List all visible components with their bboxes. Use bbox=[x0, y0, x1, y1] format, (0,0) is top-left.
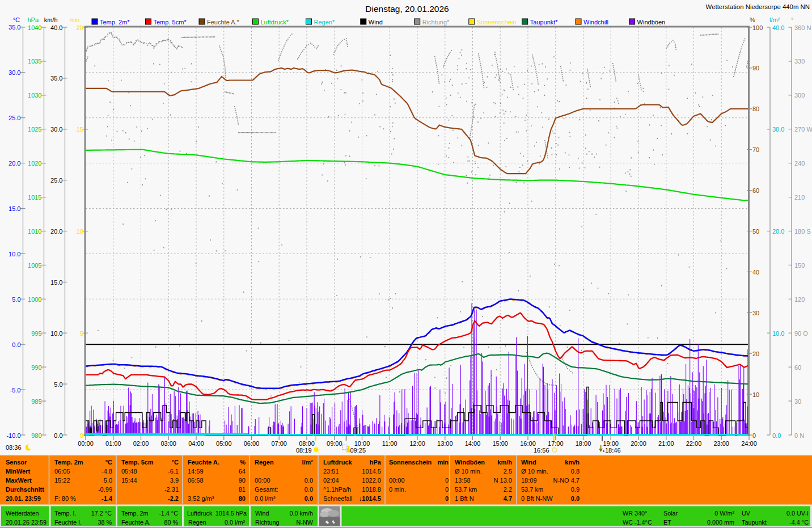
svg-text:53.7 km: 53.7 km bbox=[455, 486, 477, 493]
svg-text:1035: 1035 bbox=[28, 58, 41, 65]
svg-text:Schneefall: Schneefall bbox=[323, 495, 352, 502]
svg-text:1000: 1000 bbox=[28, 296, 41, 303]
svg-text:10:00: 10:00 bbox=[354, 440, 370, 447]
svg-text:100: 100 bbox=[752, 24, 763, 31]
svg-text:30.0: 30.0 bbox=[772, 126, 784, 133]
svg-text:25.0: 25.0 bbox=[9, 115, 20, 121]
svg-text:Luftdruck: Luftdruck bbox=[187, 510, 213, 517]
svg-text:MinWert: MinWert bbox=[6, 468, 31, 475]
svg-text:02:04: 02:04 bbox=[323, 477, 339, 484]
svg-text:40.0: 40.0 bbox=[772, 24, 784, 31]
svg-text:00:00: 00:00 bbox=[255, 477, 270, 484]
svg-text:15:44: 15:44 bbox=[121, 477, 137, 484]
svg-text:5.0: 5.0 bbox=[54, 381, 62, 388]
svg-text:00:00: 00:00 bbox=[389, 477, 405, 484]
svg-text:330: 330 bbox=[794, 58, 805, 65]
svg-text:5: 5 bbox=[80, 330, 83, 337]
svg-text:0.0: 0.0 bbox=[12, 341, 20, 348]
svg-text:Temp. 2m: Temp. 2m bbox=[54, 459, 83, 466]
svg-text:3.52 g/m³: 3.52 g/m³ bbox=[188, 495, 214, 502]
svg-text:07:00: 07:00 bbox=[271, 440, 287, 447]
svg-text:°C: °C bbox=[13, 16, 20, 23]
svg-text:F: 80 %: F: 80 % bbox=[54, 495, 76, 502]
svg-text:01:00: 01:00 bbox=[105, 440, 121, 447]
svg-text:Temp. 2m: Temp. 2m bbox=[121, 510, 148, 517]
svg-text:1014.5: 1014.5 bbox=[362, 468, 381, 475]
svg-text:%: % bbox=[750, 16, 755, 23]
svg-text:180 S: 180 S bbox=[794, 228, 811, 235]
svg-text:1025: 1025 bbox=[28, 126, 41, 133]
svg-text:-1.4: -1.4 bbox=[102, 495, 113, 502]
svg-text:km/h: km/h bbox=[497, 459, 512, 466]
svg-text:0.0 UV-I: 0.0 UV-I bbox=[786, 510, 809, 517]
svg-text:210: 210 bbox=[794, 194, 805, 201]
svg-text:Temp. 5cm*: Temp. 5cm* bbox=[154, 19, 187, 26]
svg-text:06:05: 06:05 bbox=[54, 468, 70, 475]
svg-text:MaxWert: MaxWert bbox=[6, 477, 32, 484]
svg-text:Wetterstation Niedersorpe 440m: Wetterstation Niedersorpe 440m NN bbox=[706, 3, 810, 10]
svg-text:l/m²: l/m² bbox=[302, 459, 313, 466]
svg-text:05:48: 05:48 bbox=[121, 468, 137, 475]
svg-text:15: 15 bbox=[77, 126, 83, 133]
svg-text:↓1014.5: ↓1014.5 bbox=[359, 495, 381, 502]
svg-text:Wind: Wind bbox=[369, 19, 383, 26]
svg-text:20.01.26 23:59: 20.01.26 23:59 bbox=[6, 519, 46, 526]
svg-text:1030: 1030 bbox=[28, 92, 41, 99]
svg-text:Sonnenschein: Sonnenschein bbox=[477, 19, 517, 26]
svg-text:0.0: 0.0 bbox=[304, 477, 313, 484]
svg-text:-1.4 °C: -1.4 °C bbox=[159, 510, 178, 517]
svg-text:40.0: 40.0 bbox=[50, 24, 62, 31]
svg-text:16:56: 16:56 bbox=[534, 447, 549, 454]
svg-text:20.01. 23:59: 20.01. 23:59 bbox=[6, 495, 41, 502]
svg-text:18:09: 18:09 bbox=[521, 477, 537, 484]
svg-text:Sonnenschein: Sonnenschein bbox=[389, 459, 432, 466]
svg-text:1020: 1020 bbox=[28, 160, 41, 167]
svg-text:35.0: 35.0 bbox=[50, 75, 62, 82]
svg-text:10.0: 10.0 bbox=[772, 330, 784, 337]
svg-text:Ø 10 min.: Ø 10 min. bbox=[521, 468, 548, 475]
svg-text:1040: 1040 bbox=[28, 24, 41, 31]
svg-text:90 O: 90 O bbox=[794, 330, 808, 337]
svg-text:0.8: 0.8 bbox=[571, 468, 580, 475]
svg-text:90: 90 bbox=[239, 477, 246, 484]
svg-text:N-NO 4.7: N-NO 4.7 bbox=[553, 477, 580, 484]
svg-text:°: ° bbox=[791, 16, 793, 23]
svg-text:^1.1hPa/h: ^1.1hPa/h bbox=[323, 486, 351, 493]
svg-text:25.0: 25.0 bbox=[50, 177, 62, 184]
svg-text:360 N: 360 N bbox=[794, 24, 811, 31]
svg-text:Regen*: Regen* bbox=[314, 19, 335, 26]
svg-text:-2.2: -2.2 bbox=[168, 495, 179, 502]
svg-text:0 min.: 0 min. bbox=[389, 486, 406, 493]
svg-text:985: 985 bbox=[31, 398, 41, 405]
svg-text:Sensor: Sensor bbox=[6, 459, 27, 466]
svg-text:Wind: Wind bbox=[255, 510, 269, 517]
svg-text:-6.1: -6.1 bbox=[168, 468, 179, 475]
svg-text:12:00: 12:00 bbox=[409, 440, 425, 447]
svg-text:min: min bbox=[437, 459, 449, 466]
svg-text:20:00: 20:00 bbox=[631, 440, 646, 447]
svg-text:08:19: 08:19 bbox=[296, 447, 312, 454]
svg-text:80 %: 80 % bbox=[164, 519, 178, 526]
svg-text:5.0: 5.0 bbox=[12, 296, 20, 303]
svg-text:Dienstag, 20.01.2026: Dienstag, 20.01.2026 bbox=[365, 4, 449, 14]
svg-text:0.0: 0.0 bbox=[571, 495, 580, 502]
svg-text:10: 10 bbox=[77, 228, 83, 235]
svg-text:min: min bbox=[70, 16, 80, 23]
svg-text:240: 240 bbox=[794, 160, 805, 167]
svg-text:17:00: 17:00 bbox=[548, 440, 564, 447]
svg-text:0: 0 bbox=[445, 486, 449, 493]
svg-text:30: 30 bbox=[794, 398, 801, 405]
svg-text:81: 81 bbox=[239, 486, 246, 493]
svg-text:20.0: 20.0 bbox=[50, 228, 62, 235]
svg-text:270 W: 270 W bbox=[794, 126, 812, 133]
svg-text:08:00: 08:00 bbox=[299, 440, 315, 447]
svg-text:10.0: 10.0 bbox=[50, 330, 62, 337]
svg-text:WC -1.4°C: WC -1.4°C bbox=[623, 519, 652, 526]
svg-text:Feuchte A.: Feuchte A. bbox=[188, 459, 219, 466]
svg-text:1005: 1005 bbox=[28, 262, 41, 269]
svg-text:15:22: 15:22 bbox=[54, 477, 70, 484]
svg-text:ET: ET bbox=[663, 519, 671, 526]
svg-text:09:25: 09:25 bbox=[350, 447, 366, 454]
svg-text:17.2 °C: 17.2 °C bbox=[91, 510, 112, 517]
svg-text:15.0: 15.0 bbox=[9, 205, 20, 212]
